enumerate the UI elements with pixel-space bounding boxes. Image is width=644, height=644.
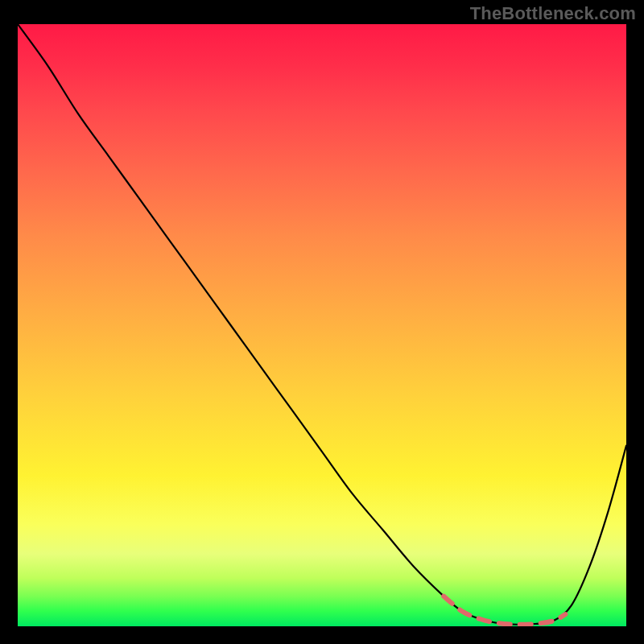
trough-highlight	[444, 597, 565, 625]
curve-line	[18, 24, 626, 625]
chart-container: TheBottleneck.com	[0, 0, 644, 644]
plot-svg	[18, 24, 626, 626]
attribution-text: TheBottleneck.com	[470, 3, 636, 24]
plot-area	[18, 24, 626, 626]
